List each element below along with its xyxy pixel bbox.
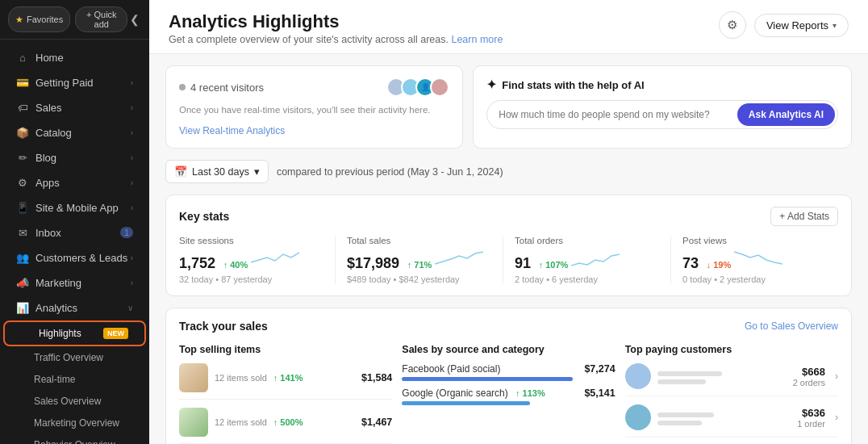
source-row: Facebook (Paid social) $7,274	[402, 363, 615, 375]
ai-card-title: Find stats with the help of AI	[502, 79, 644, 91]
quick-add-button[interactable]: + Quick add	[75, 6, 127, 32]
quick-add-label: + Quick add	[82, 10, 120, 29]
marketing-icon: 📣	[16, 276, 29, 289]
stat-sub: 2 today • 6 yesterday	[515, 274, 659, 284]
traffic-overview-label: Traffic Overview	[34, 352, 103, 363]
chevron-right-icon: ›	[131, 128, 133, 137]
product-price: $1,584	[361, 372, 392, 383]
source-bar	[402, 377, 572, 381]
stat-post-views: Post views 73 ↓ 19% 0 today • 2 yesterda…	[671, 236, 838, 284]
product-sold-count: 12 items sold	[215, 417, 267, 427]
ai-input-row: Ask Analytics AI	[486, 100, 838, 129]
sidebar-item-home[interactable]: ⌂ Home	[5, 45, 144, 69]
sidebar-item-sales[interactable]: 🏷 Sales ›	[5, 95, 144, 119]
visitors-title: 4 recent visitors	[179, 82, 264, 94]
sidebar-item-catalog[interactable]: 📦 Catalog ›	[5, 120, 144, 145]
customer-info	[657, 369, 787, 384]
customer-orders: 1 order	[797, 419, 825, 429]
marketing-overview-label: Marketing Overview	[34, 417, 119, 429]
calendar-icon: 📅	[174, 165, 187, 178]
collapse-sidebar-button[interactable]: ❮	[127, 12, 141, 27]
sidebar-item-blog[interactable]: ✏ Blog ›	[5, 145, 144, 170]
customer-orders: 2 orders	[793, 378, 825, 387]
customer-price: $668	[793, 366, 825, 378]
sidebar-item-label: Blog	[35, 152, 56, 164]
stat-value: 1,752	[179, 255, 215, 271]
home-icon: ⌂	[16, 51, 29, 64]
chevron-down-icon: ▾	[833, 21, 837, 30]
add-stats-button[interactable]: + Add Stats	[770, 207, 838, 226]
analytics-icon: 📊	[16, 301, 29, 314]
product-details: 12 items sold	[215, 417, 267, 427]
collapse-icon: ❮	[130, 13, 140, 26]
main-body: 4 recent visitors 👤 Once you have real-t…	[149, 54, 868, 444]
visitors-body: Once you have real-time visitors, you'll…	[179, 103, 449, 117]
chevron-right-icon: ›	[131, 178, 133, 187]
chevron-right-icon: ›	[131, 203, 133, 212]
sidebar-item-highlights[interactable]: Highlights NEW	[10, 323, 140, 344]
product-sold-count: 12 items sold	[215, 373, 267, 383]
product-thumbnail	[179, 363, 208, 392]
sidebar-item-label: Site & Mobile App	[35, 202, 119, 214]
sidebar-item-marketing[interactable]: 📣 Marketing ›	[5, 270, 144, 295]
go-to-sales-overview-link[interactable]: Go to Sales Overview	[745, 320, 838, 332]
stat-value-row: $17,989 ↑ 71%	[347, 248, 491, 272]
avatar-row: 👤	[386, 77, 449, 97]
key-stats-section: Key stats + Add Stats Site sessions 1,75…	[165, 195, 852, 296]
sidebar-item-behavior-overview[interactable]: Behavior Overview	[5, 434, 144, 444]
customer-detail-bar	[657, 379, 706, 384]
favorites-label: Favorites	[27, 15, 63, 24]
sidebar-item-real-time[interactable]: Real-time	[5, 369, 144, 390]
sidebar-item-label: Getting Paid	[35, 77, 94, 89]
customer-avatar	[625, 404, 651, 430]
visitors-count-label: 4 recent visitors	[190, 82, 264, 94]
sidebar-navigation: ⌂ Home 💳 Getting Paid › 🏷 Sales › 📦 Cata…	[0, 40, 149, 444]
list-item: Facebook (Paid social) $7,274	[402, 363, 615, 381]
stat-sub: 0 today • 2 yesterday	[682, 274, 827, 284]
stat-label: Site sessions	[179, 236, 323, 245]
favorites-button[interactable]: ★ Favorites	[8, 6, 70, 32]
sales-icon: 🏷	[16, 101, 29, 114]
sidebar-item-site-mobile-app[interactable]: 📱 Site & Mobile App ›	[5, 195, 144, 220]
sidebar-item-getting-paid[interactable]: 💳 Getting Paid ›	[5, 70, 144, 94]
list-item: 12 items sold ↑ 141% $1,584	[179, 363, 392, 400]
list-item: $636 1 order ›	[625, 404, 838, 438]
product-change: ↑ 141%	[273, 373, 303, 383]
stat-site-sessions: Site sessions 1,752 ↑ 40% 32 today • 87 …	[179, 236, 336, 284]
sidebar-item-inbox[interactable]: ✉ Inbox 1	[5, 220, 144, 245]
page-header: Analytics Highlights Get a complete over…	[149, 0, 868, 54]
learn-more-link[interactable]: Learn more	[451, 34, 503, 45]
product-change: ↑ 500%	[273, 417, 303, 427]
sidebar-item-label: Sales	[35, 102, 62, 114]
stat-total-sales: Total sales $17,989 ↑ 71% $489 today • $…	[336, 236, 503, 284]
view-realtime-link[interactable]: View Real-time Analytics	[179, 125, 449, 136]
behavior-overview-label: Behavior Overview	[34, 439, 115, 444]
period-selector-bar: 📅 Last 30 days ▾ compared to previous pe…	[165, 160, 852, 183]
sidebar-item-analytics[interactable]: 📊 Analytics ∨	[5, 295, 144, 320]
sales-by-source-title: Sales by source and category	[402, 344, 615, 355]
comparison-label: compared to previous period (May 3 - Jun…	[277, 166, 503, 178]
sidebar-item-customers-leads[interactable]: 👥 Customers & Leads ›	[5, 245, 144, 270]
product-price: $1,467	[361, 417, 392, 428]
chevron-right-icon: ›	[131, 103, 133, 112]
source-row: Google (Organic search) ↑ 113% $5,141	[402, 387, 615, 399]
sidebar-item-sales-overview[interactable]: Sales Overview	[5, 391, 144, 412]
sidebar-item-traffic-overview[interactable]: Traffic Overview	[5, 347, 144, 368]
page-title: Analytics Highlights	[169, 11, 503, 32]
track-sales-header: Track your sales Go to Sales Overview	[179, 320, 838, 333]
ai-card-header: ✦ Find stats with the help of AI	[486, 77, 838, 92]
highlights-label: Highlights	[39, 328, 98, 339]
sidebar-item-apps[interactable]: ⚙ Apps ›	[5, 170, 144, 195]
period-label: Last 30 days	[192, 166, 249, 178]
ask-ai-button[interactable]: Ask Analytics AI	[737, 103, 835, 126]
settings-button[interactable]: ⚙	[719, 11, 746, 39]
track-sales-title: Track your sales	[179, 320, 268, 333]
view-reports-button[interactable]: View Reports ▾	[754, 14, 849, 37]
period-dropdown[interactable]: 📅 Last 30 days ▾	[165, 160, 269, 183]
sidebar-item-marketing-overview[interactable]: Marketing Overview	[5, 413, 144, 434]
blog-icon: ✏	[16, 151, 29, 164]
ai-search-input[interactable]	[487, 103, 735, 127]
stat-value: $17,989	[347, 255, 399, 271]
chevron-right-icon: 1	[120, 227, 133, 238]
stat-label: Total orders	[515, 236, 659, 245]
